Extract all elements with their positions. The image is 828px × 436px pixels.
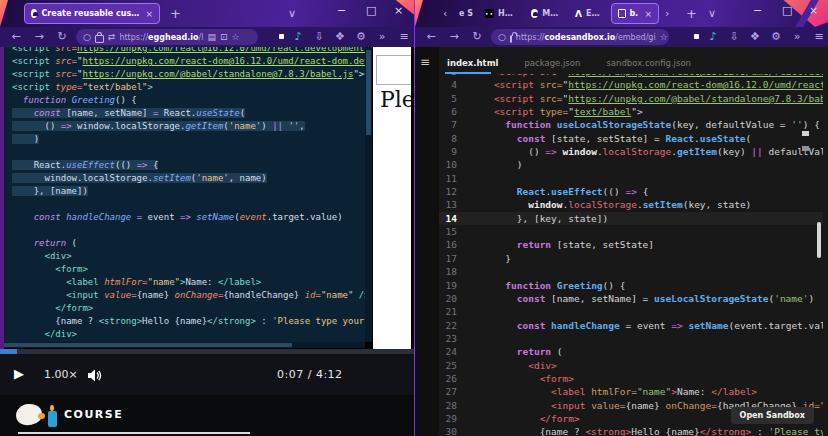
code-line: 19 function Greeting() { bbox=[439, 279, 823, 292]
close-button[interactable]: × bbox=[394, 4, 403, 17]
code-line: </div> bbox=[12, 328, 365, 341]
left-tab-strip: Create reusable custom hooks × + ∨ − □ × bbox=[0, 0, 414, 27]
reader-mode-icon[interactable]: ▤ bbox=[207, 30, 216, 44]
code-line: <script src=https://unpkg.com/react@16.1… bbox=[12, 47, 365, 55]
file-tab-index-html[interactable]: index.html bbox=[439, 52, 516, 74]
file-tab-sandbox-config[interactable]: sandbox.config.json bbox=[598, 52, 709, 74]
menu-hamburger-icon[interactable]: ≡ bbox=[811, 29, 827, 45]
url-text: https://codesandbox.io/embed/gi bbox=[516, 33, 656, 42]
code-line: 4 <script src="https://unpkg.com/react-d… bbox=[439, 78, 823, 91]
code-line: React.useEffect(() => { bbox=[12, 159, 365, 172]
browser-tab-how[interactable]: •• How t bbox=[479, 3, 523, 24]
browser-tab-expo[interactable]: Λ Expo bbox=[569, 3, 609, 24]
editor-horizontal-scrollbar[interactable] bbox=[4, 342, 365, 348]
extension-puzzle-icon[interactable]: ❖ bbox=[747, 29, 763, 45]
browser-tab-mantine[interactable]: Mant bbox=[525, 3, 567, 24]
play-button[interactable]: ▶ bbox=[14, 366, 24, 381]
screen: Create reusable custom hooks × + ∨ − □ ×… bbox=[0, 0, 828, 436]
playback-speed-button[interactable]: 1.00× bbox=[44, 368, 78, 381]
tracking-shield-icon[interactable]: ○ bbox=[498, 30, 506, 44]
close-button[interactable]: × bbox=[809, 4, 818, 17]
code-line: 25 <div> bbox=[439, 359, 823, 372]
code-line: function Greeting() { bbox=[12, 94, 365, 107]
code-line: <input value={name} onChange={handleChan… bbox=[12, 289, 365, 302]
code-line: 10 ) bbox=[439, 158, 823, 171]
right-tab-strip: ‹ e S •• How t Mant Λ Expo be × › + ∨ − bbox=[415, 0, 828, 27]
tab-title: Create reusable custom hooks bbox=[41, 9, 139, 18]
code-line: 24 return ( bbox=[439, 345, 823, 358]
bookmark-star-icon[interactable]: ☆ bbox=[231, 30, 239, 44]
new-tab-button[interactable]: + bbox=[170, 4, 181, 24]
url-bar[interactable]: ○ ⇄ https://egghead.io/l ▤ ⊡ ☆ bbox=[76, 29, 258, 45]
code-line: {name ? <strong>Hello {name}</strong> : … bbox=[12, 315, 365, 328]
partial-tab[interactable]: e S bbox=[459, 9, 473, 18]
bookmark-star-icon[interactable]: ☆ bbox=[660, 30, 668, 44]
code-line: <div> bbox=[12, 250, 365, 263]
course-label: COURSE bbox=[64, 408, 123, 421]
new-tab-button[interactable]: + bbox=[686, 4, 697, 24]
code-line: 30 {name ? <strong>Hello {name}</strong>… bbox=[439, 425, 823, 436]
editor-vertical-scrollbar[interactable] bbox=[365, 47, 372, 342]
browser-tab-codesandbox[interactable]: be × bbox=[611, 3, 659, 24]
video-code-editor[interactable]: <script src=https://unpkg.com/react@16.1… bbox=[4, 47, 365, 342]
forward-button[interactable]: → bbox=[31, 29, 47, 45]
minimize-button[interactable]: − bbox=[337, 4, 346, 17]
left-browser-window: Create reusable custom hooks × + ∨ − □ ×… bbox=[0, 0, 416, 436]
back-button[interactable]: ← bbox=[8, 29, 24, 45]
video-preview-pane: Ple bbox=[373, 47, 411, 352]
tab-list-chevron-icon[interactable]: ∨ bbox=[288, 4, 296, 24]
gear-icon[interactable]: ⚙ bbox=[768, 29, 784, 45]
preview-text: Ple bbox=[380, 87, 411, 112]
code-line: 13 window.localStorage.setItem(key, stat… bbox=[439, 198, 823, 211]
password-ext-icon[interactable] bbox=[683, 31, 699, 47]
preview-input-outline bbox=[376, 55, 411, 85]
code-line: 9 () => window.localStorage.getItem(key)… bbox=[439, 145, 823, 158]
open-sandbox-button[interactable]: Open Sandbox bbox=[731, 407, 814, 424]
menu-hamburger-icon[interactable]: ≡ bbox=[396, 29, 412, 45]
reload-button[interactable]: ↻ bbox=[54, 29, 70, 45]
volume-icon[interactable] bbox=[88, 367, 102, 386]
code-line: 27 <label htmlFor="name">Name: </label> bbox=[439, 385, 823, 398]
code-line: window.localStorage.setItem('name', name… bbox=[12, 172, 365, 185]
overflow-chevrons-icon[interactable]: » bbox=[789, 29, 805, 45]
video-controls-bar: ▶ 1.00× 0:07 / 4:12 bbox=[0, 354, 414, 395]
scroll-tabs-right-icon[interactable]: › bbox=[665, 4, 669, 24]
code-line: 22 const handleChange = event => setName… bbox=[439, 319, 823, 332]
code-line: </form> bbox=[12, 302, 365, 315]
file-tab-package-json[interactable]: package.json bbox=[516, 52, 598, 74]
pip-icon[interactable]: ⊡ bbox=[220, 30, 228, 44]
music-ext-icon[interactable]: ♪ bbox=[290, 29, 306, 45]
editor-scrollbar-thumb[interactable] bbox=[817, 222, 821, 258]
forward-button[interactable]: → bbox=[446, 29, 462, 45]
extension-puzzle-icon[interactable]: ❖ bbox=[332, 29, 348, 45]
theme-art-left bbox=[0, 0, 8, 27]
minimize-button[interactable]: − bbox=[753, 4, 762, 17]
download-icon[interactable]: ⇩ bbox=[311, 29, 327, 45]
code-line bbox=[12, 224, 365, 237]
sandbox-menu-icon[interactable]: ≡ bbox=[420, 55, 430, 69]
music-ext-icon[interactable]: ♪ bbox=[705, 29, 721, 45]
url-bar[interactable]: ○ https://codesandbox.io/embed/gi ☆ bbox=[491, 29, 669, 45]
code-editor[interactable]: 3 <script src="https://unpkg.com/react@1… bbox=[439, 65, 823, 436]
scroll-tabs-left-icon[interactable]: ‹ bbox=[443, 4, 447, 24]
codesandbox-favicon-icon bbox=[618, 9, 626, 18]
password-ext-icon[interactable] bbox=[268, 31, 284, 47]
browser-tab-egghead[interactable]: Create reusable custom hooks × bbox=[24, 3, 160, 24]
download-icon[interactable]: ⇩ bbox=[726, 29, 742, 45]
code-line: <label htmlFor="name">Name: </label> bbox=[12, 276, 365, 289]
code-line: 26 <form> bbox=[439, 372, 823, 385]
code-line: return ( bbox=[12, 237, 365, 250]
overflow-chevrons-icon[interactable]: » bbox=[374, 29, 390, 45]
maximize-button[interactable]: □ bbox=[782, 4, 792, 17]
back-button[interactable]: ← bbox=[423, 29, 439, 45]
right-nav-bar: ← → ↻ ○ https://codesandbox.io/embed/gi … bbox=[415, 27, 828, 47]
gear-icon[interactable]: ⚙ bbox=[353, 29, 369, 45]
tracking-shield-icon[interactable]: ○ bbox=[83, 30, 91, 44]
tab-close-icon[interactable]: × bbox=[145, 9, 153, 19]
maximize-button[interactable]: □ bbox=[366, 4, 376, 17]
lock-icon bbox=[510, 35, 512, 43]
tab-close-icon[interactable]: × bbox=[644, 9, 652, 19]
reload-button[interactable]: ↻ bbox=[469, 29, 485, 45]
tab-list-chevron-icon[interactable]: ∨ bbox=[708, 4, 716, 24]
code-line: 17 } bbox=[439, 252, 823, 265]
